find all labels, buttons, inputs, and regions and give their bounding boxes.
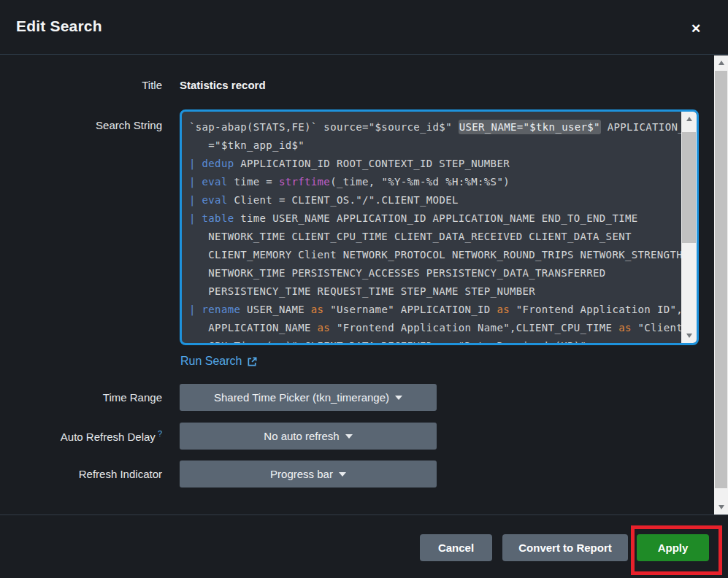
run-search-label: Run Search — [180, 355, 242, 368]
code-line: ="$tkn_app_id$" — [189, 136, 681, 155]
editor-scrollbar[interactable] — [681, 112, 697, 343]
close-icon[interactable]: ✕ — [687, 20, 705, 37]
code-line: | table time USER_NAME APPLICATION_ID AP… — [189, 209, 681, 228]
code-line: | eval Client = CLIENT_OS."/".CLIENT_MOD… — [189, 191, 681, 209]
code-line: CPU Time (ms)" CLIENT_DATA_RECEIVED as "… — [189, 337, 681, 343]
convert-to-report-button[interactable]: Convert to Report — [502, 534, 628, 561]
auto-refresh-delay-value: No auto refresh — [264, 430, 339, 442]
refresh-indicator-label: Refresh Indicator — [0, 468, 162, 480]
time-range-value: Shared Time Picker (tkn_timerange) — [214, 391, 389, 404]
code-line: `sap-abap(STATS,FE)` source="$source_id$… — [189, 118, 681, 136]
dialog-footer: Cancel Convert to Report Apply — [0, 515, 728, 578]
time-range-dropdown[interactable]: Shared Time Picker (tkn_timerange) — [180, 384, 437, 411]
chevron-down-icon — [339, 472, 346, 477]
dialog-scrollbar-thumb[interactable] — [715, 71, 727, 488]
cancel-button[interactable]: Cancel — [420, 534, 492, 561]
run-search-link[interactable]: Run Search — [180, 355, 258, 368]
auto-refresh-delay-dropdown[interactable]: No auto refresh — [180, 423, 437, 450]
dialog-scroll-up-icon[interactable] — [714, 57, 728, 69]
search-string-editor[interactable]: `sap-abap(STATS,FE)` source="$source_id$… — [180, 109, 699, 345]
code-line: | eval time = strftime(_time, "%Y-%m-%d … — [189, 173, 681, 191]
search-string-label: Search String — [0, 119, 162, 131]
dialog-scrollbar[interactable] — [714, 55, 728, 515]
auto-refresh-delay-label: Auto Refresh Delay? — [0, 429, 162, 443]
chevron-down-icon — [345, 434, 353, 439]
dialog-title: Edit Search — [16, 18, 102, 35]
dialog-body: Title Statistics record Search String `s… — [0, 55, 728, 515]
code-line: NETWORK_TIME CLIENT_CPU_TIME CLIENT_DATA… — [189, 228, 681, 246]
dialog-scroll-down-icon[interactable] — [714, 501, 728, 513]
search-query-text[interactable]: `sap-abap(STATS,FE)` source="$source_id$… — [182, 112, 681, 343]
editor-scroll-up-icon[interactable] — [681, 113, 697, 125]
edit-search-dialog: Edit Search ✕ Title Statistics record Se… — [0, 0, 728, 578]
refresh-indicator-dropdown[interactable]: Progress bar — [180, 461, 437, 488]
editor-scrollbar-thumb[interactable] — [682, 132, 696, 243]
code-line: APPLICATION_NAME as "Frontend Applicatio… — [189, 319, 681, 337]
title-value[interactable]: Statistics record — [180, 79, 266, 91]
title-label: Title — [0, 79, 162, 91]
code-line: CLIENT_MEMORY Client NETWORK_PROTOCOL NE… — [189, 246, 681, 264]
chevron-down-icon — [395, 396, 402, 400]
code-line: | rename USER_NAME as "Username" APPLICA… — [189, 301, 681, 319]
dialog-header: Edit Search ✕ — [0, 0, 728, 55]
external-link-icon — [247, 356, 258, 367]
editor-scroll-down-icon[interactable] — [681, 330, 697, 342]
code-line: PERSISTENCY_TIME REQUEST_TIME STEP_NAME … — [189, 282, 681, 301]
time-range-label: Time Range — [0, 391, 162, 404]
help-icon[interactable]: ? — [158, 429, 162, 438]
apply-button[interactable]: Apply — [637, 534, 709, 561]
refresh-indicator-value: Progress bar — [270, 468, 333, 480]
code-line: | dedup APPLICATION_ID ROOT_CONTEXT_ID S… — [189, 155, 681, 173]
code-line: NETWORK_TIME PERSISTENCY_ACCESSES PERSIS… — [189, 264, 681, 282]
